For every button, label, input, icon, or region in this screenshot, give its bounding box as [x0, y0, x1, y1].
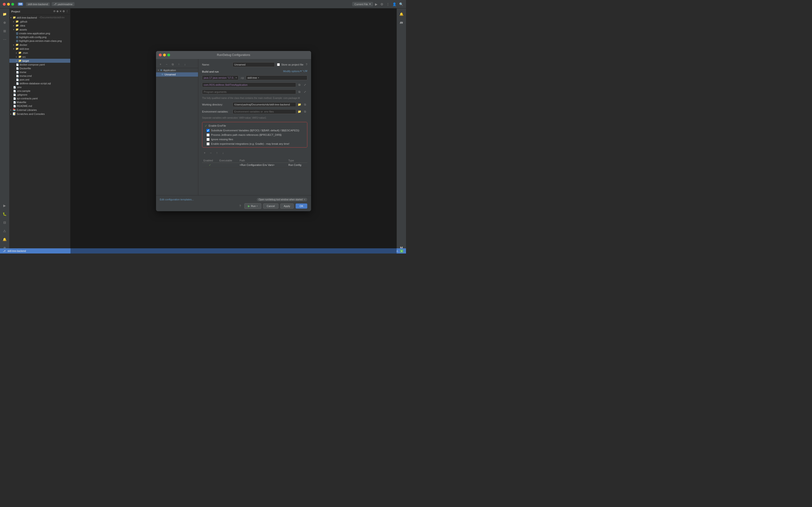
notifications-right-icon[interactable]: 🔔 — [398, 10, 405, 18]
env-browse-icon[interactable]: 📁 — [297, 109, 302, 114]
working-dir-input[interactable] — [233, 102, 296, 107]
tree-item-create-new-app[interactable]: 🖼 create-new-application.png — [9, 32, 70, 35]
run-icon[interactable]: ▶ — [375, 2, 378, 6]
sidebar-expand-icon[interactable]: ⊕ — [56, 10, 59, 13]
branch-selector[interactable]: ⎇ yash/readme — [52, 2, 74, 6]
dialog-minimize-button[interactable] — [163, 54, 166, 56]
tree-item-api-contracts[interactable]: 📄 api-contracts.yaml — [9, 97, 70, 100]
dialog-left-panel: + − ⧉ ↑ ↓ ▾ 🖥 Application — [156, 59, 198, 195]
tree-item-highlight-java[interactable]: 🖼 highlight-java-version-main-class.png — [9, 39, 70, 43]
run-tool-icon[interactable]: ▶ — [1, 202, 8, 209]
search-icon[interactable]: 🔍 — [399, 2, 403, 6]
env-expand-icon[interactable]: ⧉ — [303, 109, 307, 114]
tree-item-makefile[interactable]: 📄 Makefile — [9, 100, 70, 104]
close-button[interactable] — [3, 3, 6, 6]
add-env-row-button[interactable]: + — [202, 150, 207, 156]
tree-item-mvnw-cmd[interactable]: 📄 mvnw.cmd — [9, 74, 70, 78]
remove-config-button[interactable]: − — [164, 62, 169, 67]
add-config-button[interactable]: + — [158, 62, 163, 67]
tree-item-docker[interactable]: ▸ 📁 docker — [9, 43, 70, 47]
program-args-input[interactable] — [202, 90, 296, 94]
expand-icon[interactable]: ⧉ — [297, 82, 302, 87]
name-input[interactable] — [233, 62, 275, 67]
args-fullscreen-icon[interactable]: ⤢ — [303, 90, 307, 94]
tree-item-github[interactable]: ▸ 📁 .github — [9, 19, 70, 23]
tree-item-scratches[interactable]: ▸ 📝 Scratches and Consoles — [9, 112, 70, 116]
terminal-icon[interactable]: ⊟ — [1, 219, 8, 226]
folder-icon: 📁 — [18, 59, 21, 62]
tree-item-readme[interactable]: 📄 README.md — [9, 104, 70, 108]
tree-item-pom[interactable]: 📄 pom.xml — [9, 78, 70, 81]
tree-item-gitignore[interactable]: 📄 .gitignore — [9, 93, 70, 97]
commit-icon[interactable]: ⊕ — [1, 19, 8, 26]
tree-item-target[interactable]: ▸ 📁 target — [9, 59, 70, 63]
account-icon[interactable]: 👤 — [392, 2, 396, 6]
substitute-env-vars-checkbox[interactable] — [207, 129, 210, 132]
args-expand-icon[interactable]: ⧉ — [297, 90, 302, 94]
move-up-button[interactable]: ↑ — [176, 62, 181, 67]
dialog-maximize-button[interactable] — [167, 54, 170, 56]
fullscreen-icon[interactable]: ⤢ — [303, 82, 307, 87]
more-icon[interactable]: ⋮ — [386, 2, 390, 6]
problems-icon[interactable]: ⚠ — [1, 227, 8, 235]
m-icon[interactable]: m — [398, 19, 405, 26]
tree-item-skill-tree-backend[interactable]: ▾ 📁 skill-tree-backend ~/Documents/rds/s… — [9, 15, 70, 19]
move-env-up-button[interactable]: ↑ — [214, 150, 220, 156]
tree-item-assets[interactable]: ▾ 📁 assets — [9, 27, 70, 32]
ok-button[interactable]: OK — [296, 204, 307, 209]
enable-experimental-checkbox[interactable] — [207, 143, 210, 146]
move-down-button[interactable]: ↓ — [182, 62, 187, 67]
debug-icon[interactable]: 🐛 — [1, 210, 8, 218]
remove-env-row-button[interactable]: − — [208, 150, 213, 156]
process-jetbrains-checkbox[interactable] — [207, 133, 210, 136]
copy-config-button[interactable]: ⧉ — [170, 62, 175, 67]
main-class-input[interactable] — [202, 82, 296, 87]
sidebar-gear-icon[interactable]: ⚙ — [62, 10, 65, 13]
tree-item-label: .env — [17, 86, 21, 89]
tree-item-env[interactable]: 📄 .env — [9, 85, 70, 89]
modify-options-button[interactable]: Modify options ▾ ⌥M — [283, 69, 307, 73]
project-selector[interactable]: skill-tree-backend — [26, 2, 50, 6]
tree-item-env-sample[interactable]: 📄 .env.sample — [9, 89, 70, 93]
tree-item-dockerfile[interactable]: 📄 Dockerfile — [9, 66, 70, 70]
tree-item-mvnw[interactable]: 📄 mvnw — [9, 70, 70, 74]
ignore-missing-checkbox[interactable] — [207, 138, 210, 141]
run-button[interactable]: ▶ Run ▾ — [244, 203, 261, 209]
tree-item-docker-compose[interactable]: 📄 docker-compose.yaml — [9, 63, 70, 66]
tree-item-external-libs[interactable]: ▸ 📚 External Libraries — [9, 108, 70, 112]
more-tools-icon[interactable]: ⋯ — [1, 36, 8, 43]
edit-config-templates-link[interactable]: Edit configuration templates... — [160, 198, 194, 201]
envfile-option-2: Process JetBrains path macro references … — [205, 133, 305, 136]
settings-icon[interactable]: ⚙ — [381, 2, 384, 6]
sidebar-sync-icon[interactable]: ⟳ — [53, 10, 55, 13]
tree-item-sql-script[interactable]: 📄 skilltree-database-script.sql — [9, 81, 70, 85]
tree-item-idea[interactable]: ▸ 📁 .idea — [9, 23, 70, 27]
store-as-project-file-checkbox[interactable] — [277, 63, 280, 66]
tree-item-highlight-edit[interactable]: 🖼 highlight-edit-config.png — [9, 35, 70, 39]
sidebar-more-icon[interactable]: ⋮ — [66, 10, 68, 13]
current-file-dropdown[interactable]: Current File ▾ — [352, 2, 373, 6]
help-icon[interactable]: ? — [306, 63, 307, 66]
config-group-application[interactable]: ▾ 🖥 Application — [156, 68, 198, 72]
move-env-down-button[interactable]: ↓ — [220, 150, 226, 156]
tree-item-skill-tree[interactable]: ▾ 📁 skill-tree — [9, 47, 70, 51]
config-item-unnamed[interactable]: 🖥 Unnamed — [156, 72, 198, 76]
help-button[interactable]: ? — [238, 204, 242, 208]
maximize-button[interactable] — [11, 3, 14, 6]
dialog-close-button[interactable] — [159, 54, 162, 56]
folder-browse-icon[interactable]: 📁 — [297, 102, 302, 107]
minimize-button[interactable] — [7, 3, 10, 6]
cancel-button[interactable]: Cancel — [263, 204, 278, 209]
table-row[interactable]: ✓ <Run Configuration Env Vars> Run Confi… — [202, 163, 307, 167]
project-view-icon[interactable]: 📁 — [1, 10, 8, 18]
tree-item-mvn[interactable]: ▸ 📁 .mvn — [9, 51, 70, 55]
expand-dir-icon[interactable]: ⧉ — [303, 102, 307, 107]
tag-close-button[interactable]: ✕ — [303, 198, 305, 201]
env-vars-input[interactable] — [233, 109, 296, 114]
tree-item-src[interactable]: ▸ 📁 src — [9, 55, 70, 59]
java-version-dropdown[interactable]: java 17 java version "17.0.. ▾ — [202, 75, 238, 80]
notifications-icon[interactable]: 🔔 — [1, 236, 8, 243]
apply-button[interactable]: Apply — [280, 204, 294, 209]
structure-icon[interactable]: ⊞ — [1, 27, 8, 35]
sidebar-close-icon[interactable]: ✕ — [59, 10, 62, 13]
